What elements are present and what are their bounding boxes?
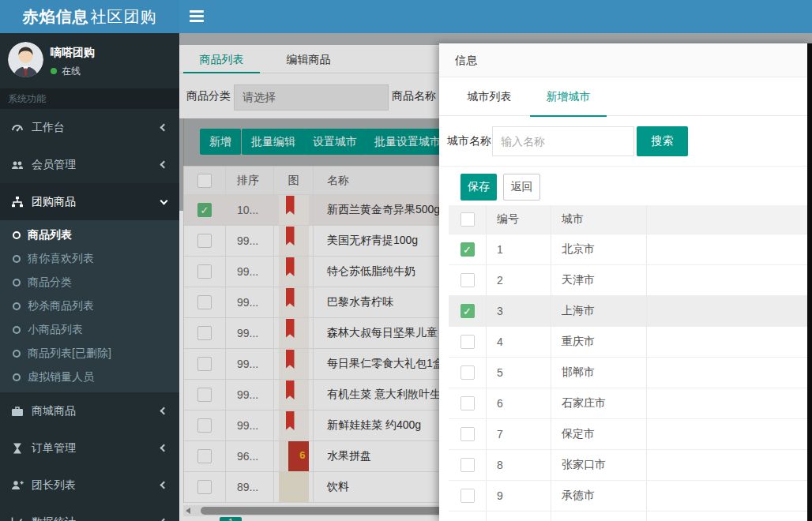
row-checkbox[interactable] — [197, 357, 212, 371]
circle-bullet-icon — [13, 302, 21, 310]
submenu-item-product-category[interactable]: 商品分类 — [0, 271, 179, 294]
city-row[interactable]: 4 重庆市 — [449, 327, 807, 358]
add-button[interactable]: 新增 — [200, 129, 241, 155]
circle-bullet-icon — [13, 350, 21, 358]
select-all-checkbox[interactable] — [461, 212, 475, 227]
row-checkbox[interactable] — [461, 335, 475, 349]
city-id: 5 — [487, 358, 551, 388]
sidebar-item-orders[interactable]: 订单管理 — [0, 429, 179, 467]
sidebar-item-statistics[interactable]: 数据统计 — [0, 504, 179, 521]
product-thumbnail — [279, 195, 309, 225]
city-row[interactable]: 6 石家庄市 — [449, 388, 807, 419]
set-city-button[interactable]: 设置城市 — [303, 129, 367, 155]
chevron-left-icon — [160, 444, 168, 452]
city-row[interactable]: 8 张家口市 — [449, 450, 807, 481]
sidebar-item-members[interactable]: 会员管理 — [0, 146, 179, 183]
row-checkbox[interactable] — [197, 234, 212, 248]
sidebar-item-workbench[interactable]: 工作台 — [0, 109, 179, 146]
sidebar-item-groupbuy-products[interactable]: 团购商品 — [0, 183, 179, 220]
row-checkbox[interactable] — [197, 264, 212, 279]
row-checkbox[interactable] — [197, 326, 212, 340]
city-row[interactable]: 5 邯郸市 — [449, 358, 807, 388]
row-checkbox[interactable] — [461, 427, 475, 441]
select-all-checkbox[interactable] — [197, 174, 212, 188]
submenu-item-label: 秒杀商品列表 — [28, 299, 94, 313]
sidebar-submenu: 商品列表 猜你喜欢列表 商品分类 秒杀商品列表 小商品列表 商品列表[已删除] … — [0, 220, 179, 392]
sitemap-icon — [11, 196, 24, 208]
city-row[interactable]: 3 上海市 — [449, 296, 807, 327]
row-checkbox[interactable] — [461, 458, 475, 472]
city-row[interactable]: 1 北京市 — [449, 234, 807, 265]
sidebar-item-leader-list[interactable]: 团长列表 — [0, 467, 179, 504]
submenu-item-label: 猜你喜欢列表 — [28, 252, 94, 266]
sort-value: 99... — [226, 318, 274, 348]
sort-value: 99... — [226, 287, 274, 317]
product-thumbnail — [279, 472, 309, 502]
tab-product-list[interactable]: 商品列表 — [183, 45, 260, 73]
row-checkbox[interactable] — [197, 388, 212, 402]
save-button[interactable]: 保存 — [461, 174, 497, 201]
row-checkbox[interactable] — [197, 295, 212, 309]
scroll-left-arrow-icon[interactable] — [186, 508, 190, 514]
avatar-image — [8, 42, 43, 77]
row-checkbox[interactable] — [461, 242, 475, 257]
city-name-input[interactable] — [492, 126, 634, 156]
hourglass-icon — [11, 442, 24, 455]
submenu-item-virtual-sales[interactable]: 虚拟销量人员 — [0, 365, 179, 389]
user-status: 在线 — [51, 65, 81, 78]
tab-add-city[interactable]: 新增城市 — [530, 77, 607, 116]
right-edge-scrollbar[interactable] — [807, 43, 812, 521]
pagination-page-1[interactable]: 1 — [220, 517, 242, 521]
tab-edit-product[interactable]: 编辑商品 — [270, 45, 347, 73]
submenu-item-small-product-list[interactable]: 小商品列表 — [0, 318, 179, 342]
sort-value: 99... — [226, 257, 274, 287]
top-navbar: 赤焰信息社区团购 — [0, 0, 812, 33]
user-avatar[interactable] — [8, 42, 43, 77]
row-checkbox[interactable] — [461, 304, 475, 318]
city-row-partial[interactable] — [449, 512, 807, 521]
hamburger-menu-icon[interactable] — [190, 10, 204, 22]
row-checkbox[interactable] — [197, 203, 212, 217]
chevron-left-icon — [160, 407, 168, 415]
product-thumbnail — [279, 287, 309, 317]
logo-rest-text: 社区团购 — [91, 6, 157, 28]
app-logo[interactable]: 赤焰信息社区团购 — [0, 0, 179, 33]
submenu-item-flash-sale-list[interactable]: 秒杀商品列表 — [0, 294, 179, 318]
submenu-item-label: 商品列表[已删除] — [28, 347, 111, 361]
row-checkbox[interactable] — [461, 273, 475, 287]
chevron-left-icon — [160, 124, 168, 132]
sidebar-item-label: 工作台 — [32, 121, 65, 135]
sidebar-item-label: 会员管理 — [32, 158, 76, 172]
chevron-left-icon — [160, 161, 168, 169]
sidebar: 嘀嗒团购 在线 系统功能 工作台 会员管理 团购商品 商品列表 猜你喜欢列 — [0, 33, 179, 521]
submenu-item-product-list[interactable]: 商品列表 — [0, 223, 179, 247]
row-checkbox[interactable] — [197, 480, 212, 494]
online-status-dot — [51, 68, 57, 74]
city-name: 邯郸市 — [551, 358, 647, 388]
category-select[interactable]: 请选择 — [234, 84, 389, 111]
batch-edit-button[interactable]: 批量编辑 — [242, 129, 305, 155]
column-header-id: 编号 — [487, 205, 551, 234]
city-row[interactable]: 7 保定市 — [449, 419, 807, 450]
sidebar-item-mall-products[interactable]: 商城商品 — [0, 392, 179, 429]
tab-city-list[interactable]: 城市列表 — [451, 77, 528, 116]
dashboard-icon — [11, 122, 24, 134]
batch-set-city-button[interactable]: 批量设置城市 — [365, 129, 450, 155]
row-checkbox[interactable] — [461, 489, 475, 503]
city-row[interactable]: 2 天津市 — [449, 265, 807, 296]
search-button[interactable]: 搜索 — [637, 126, 688, 156]
city-row[interactable]: 9 承德市 — [449, 481, 807, 512]
user-panel: 嘀嗒团购 在线 — [0, 33, 179, 88]
row-checkbox[interactable] — [197, 418, 212, 433]
submenu-item-guess-you-like[interactable]: 猜你喜欢列表 — [0, 247, 179, 271]
category-filter-label: 商品分类 — [186, 89, 231, 103]
row-checkbox[interactable] — [197, 449, 212, 463]
submenu-item-deleted-products[interactable]: 商品列表[已删除] — [0, 342, 179, 365]
circle-bullet-icon — [13, 279, 21, 287]
back-button[interactable]: 返回 — [503, 174, 540, 201]
sort-value: 99... — [226, 410, 274, 440]
submenu-item-label: 虚拟销量人员 — [28, 370, 94, 384]
row-checkbox[interactable] — [461, 396, 475, 410]
row-checkbox[interactable] — [461, 365, 475, 380]
city-name: 张家口市 — [551, 450, 647, 480]
